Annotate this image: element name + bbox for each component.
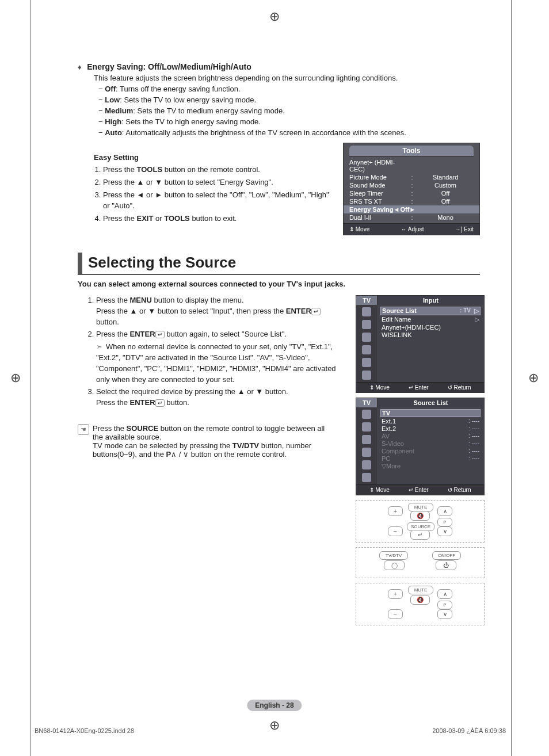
osd-row: Ext.1: ---- — [380, 418, 481, 425]
tools-row: Picture Mode:Standard — [344, 173, 479, 181]
tools-selected-row: Energy Saving ◄ Off ► — [344, 205, 479, 213]
leftright-icon: ↔ — [401, 226, 406, 232]
osd-row: Source List: TV▷ — [380, 307, 481, 315]
osd-icon — [362, 320, 371, 329]
osd-icon — [362, 307, 371, 316]
osd-icon — [362, 410, 371, 419]
tools-footer: ⇕ Move ↔ Adjust →] Exit — [344, 223, 479, 235]
osd-icon — [362, 345, 371, 354]
right-arrow-icon: ► — [409, 206, 416, 213]
registration-mark-top: ⊕ — [269, 9, 280, 24]
osd-sidebar-icons — [356, 407, 377, 484]
osd-row: Ext.2: ---- — [380, 425, 481, 432]
registration-mark-bottom: ⊕ — [269, 718, 280, 733]
crop-mark-right — [511, 0, 512, 756]
osd-row: Anynet+(HDMI-CEC) — [380, 324, 481, 331]
registration-mark-right: ⊕ — [528, 371, 539, 385]
note-arrow-icon: ➣ — [96, 342, 102, 351]
osd-icon — [362, 333, 371, 342]
page-number: English - 28 — [247, 700, 302, 711]
meta-left: BN68-01412A-X0Eng-0225.indd 28 — [35, 727, 134, 734]
osd-icon — [362, 358, 371, 367]
bullet-icon: ♦ — [78, 63, 82, 71]
enter-icon: ↵ — [155, 331, 165, 338]
osd-column: TV Input Source List: TV▷Edit Name▷Anyne… — [356, 295, 483, 630]
osd-footer: ⇕ Move ↵ Enter ↺ Return — [356, 382, 484, 392]
energy-option: − Auto: Automatically adjusts the bright… — [98, 128, 480, 137]
section-subtitle: You can select among external sources co… — [78, 280, 480, 288]
osd-footer: ⇕ Move ↵ Enter ↺ Return — [356, 484, 484, 495]
osd-sidebar-icons — [356, 305, 377, 382]
osd-icon — [362, 435, 371, 444]
tools-row-after: Dual I-II : Mono — [344, 213, 479, 222]
energy-option: − Medium: Sets the TV to medium energy s… — [98, 106, 480, 115]
page-content: ♦ Energy Saving: Off/Low/Medium/High/Aut… — [78, 62, 480, 459]
osd-icon — [362, 473, 371, 482]
tools-osd: Tools Anynet+ (HDMI-CEC)Picture Mode:Sta… — [343, 143, 480, 235]
registration-mark-left: ⊕ — [10, 371, 21, 385]
crop-mark-left — [30, 0, 30, 756]
osd-row: Edit Name▷ — [380, 316, 481, 323]
tools-row: Anynet+ (HDMI-CEC) — [344, 158, 479, 173]
step-3: Select the required device by pressing t… — [96, 387, 344, 408]
osd-icon — [362, 460, 371, 469]
easy-steps: Press the TOOLS button on the remote con… — [78, 165, 331, 224]
osd-source-list: TV Source List TVExt.1: ----Ext.2: ----A… — [356, 398, 485, 495]
tools-title: Tools — [349, 146, 474, 156]
osd-row: PC: ---- — [380, 455, 481, 462]
osd-row: WISELINK — [380, 331, 481, 338]
osd-input: TV Input Source List: TV▷Edit Name▷Anyne… — [356, 295, 485, 393]
energy-option: − Off: Turns off the energy saving funct… — [98, 85, 480, 93]
step-2: Press the ENTER↵ button again, to select… — [96, 329, 344, 385]
tools-row: SRS TS XT:Off — [344, 197, 479, 205]
easy-title: Easy Setting — [94, 153, 331, 162]
meta-right: 2008-03-09 ¿ÀÈÄ 6:09:38 — [432, 727, 506, 734]
osd-row: S-Video: ---- — [380, 440, 481, 447]
tools-row: Sleep Timer:Off — [344, 189, 479, 197]
step-1: Press the MENU button to display the men… — [96, 295, 344, 328]
enter-icon: ↵ — [311, 308, 321, 315]
osd-row: Component: ---- — [380, 448, 481, 455]
enter-icon: ↵ — [155, 399, 165, 407]
tip-block: ☚ Press the SOURCE button on the remote … — [78, 424, 325, 459]
energy-option: − Low: Sets the TV to low energy saving … — [98, 96, 480, 104]
remote-diagram-3: + − MUTE 🔇 ∧ P ∨ — [356, 583, 485, 625]
osd-row: AV: ---- — [380, 433, 481, 440]
energy-option: − High: Sets the TV to high energy savin… — [98, 117, 480, 126]
section-title: Selecting the Source — [78, 253, 480, 275]
osd-row: TV — [380, 409, 481, 417]
source-steps: Press the MENU button to display the men… — [78, 295, 344, 408]
osd-row: ▽More — [380, 463, 481, 470]
updown-icon: ⇕ — [349, 226, 354, 232]
osd-icon — [362, 422, 371, 432]
tools-row: Sound Mode:Custom — [344, 181, 479, 189]
hand-icon: ☚ — [78, 424, 89, 435]
osd-icon — [362, 371, 371, 380]
remote-diagram-1: + − MUTE 🔇 SOURCE ↵ ∧ P ∨ — [356, 500, 485, 543]
p-up-icon: ∧ — [171, 450, 177, 459]
remote-diagram-2: TV/DTV ◯ ON/OFF ⏻ — [356, 547, 485, 578]
easy-setting-col: Easy Setting Press the TOOLS button on t… — [78, 145, 331, 226]
manual-page: ⊕ ⊕ ⊕ ⊕ ♦ Energy Saving: Off/Low/Medium/… — [0, 0, 549, 756]
energy-desc: This feature adjusts the screen brightne… — [94, 74, 480, 82]
p-down-icon: ∨ — [183, 450, 189, 459]
osd-icon — [362, 448, 371, 457]
left-arrow-icon: ◄ — [393, 206, 400, 213]
energy-heading: Energy Saving: Off/Low/Medium/High/Auto — [87, 62, 251, 71]
